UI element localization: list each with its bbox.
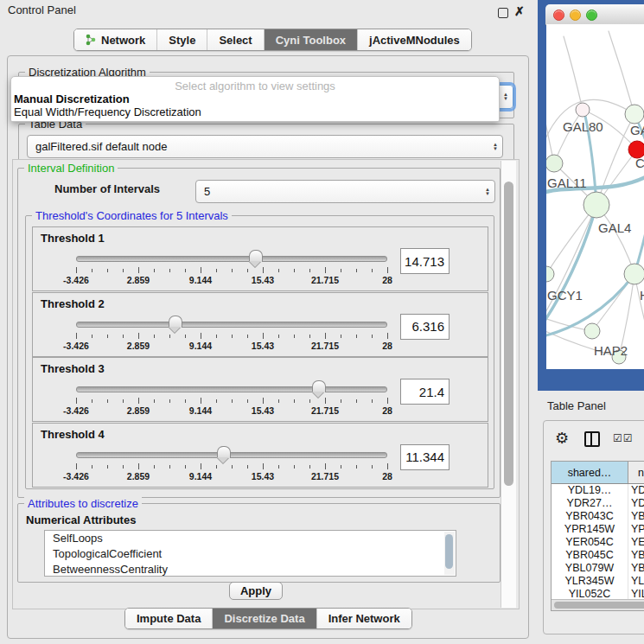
cell-shared-name[interactable]: YBL079W: [552, 562, 628, 575]
apply-button[interactable]: Apply: [229, 582, 283, 600]
slider-tick: [372, 335, 373, 338]
checkbox-icons[interactable]: ☑☑: [613, 432, 634, 444]
table-horizontal-scrollbar[interactable]: [552, 599, 644, 610]
threshold-slider[interactable]: -3.4262.8599.14415.4321.71528: [76, 446, 387, 484]
number-of-intervals-combo[interactable]: 5 ▲▼: [195, 180, 495, 203]
minimize-light[interactable]: [570, 10, 581, 21]
cell-name[interactable]: YBL0: [628, 562, 644, 575]
slider-tick: [247, 399, 248, 403]
tab-infer-network[interactable]: Infer Network: [317, 609, 411, 628]
slider-tick: [325, 267, 326, 273]
tab-jactivemnodules[interactable]: jActiveMNodules: [358, 29, 471, 50]
zoom-light[interactable]: [586, 10, 597, 21]
slider-track[interactable]: [76, 256, 387, 262]
table-row[interactable]: YIL052CYIL0: [552, 588, 644, 599]
cell-shared-name[interactable]: YDL19…: [552, 484, 628, 497]
cell-name[interactable]: YPR1: [628, 523, 644, 536]
cell-shared-name[interactable]: YPR145W: [552, 523, 628, 536]
cell-name[interactable]: YDL1: [628, 484, 644, 497]
network-node[interactable]: [584, 323, 600, 339]
node-table[interactable]: shared… na YDL19…YDL1YDR27…YDR2YBR043CYB…: [551, 461, 644, 611]
slider-tick: [294, 399, 295, 403]
table-row[interactable]: YER054CYER0: [552, 536, 644, 549]
slider-track[interactable]: [76, 322, 387, 328]
cell-name[interactable]: YER0: [628, 536, 644, 549]
stepper-icon[interactable]: ▲▼: [499, 92, 513, 101]
slider-handle[interactable]: [312, 380, 326, 392]
network-node[interactable]: [546, 155, 563, 172]
table-data-combo[interactable]: galFiltered.sif default node ▲▼: [27, 135, 503, 158]
scrollbar-thumb[interactable]: [445, 534, 453, 569]
tab-discretize-data[interactable]: Discretize Data: [213, 609, 316, 628]
slider-tick: [76, 267, 77, 273]
network-node[interactable]: [546, 266, 554, 282]
table-row[interactable]: YBR045CYBR0: [552, 549, 644, 562]
tab-network[interactable]: Network: [74, 29, 157, 50]
table-row[interactable]: YBL079WYBL0: [552, 562, 644, 575]
slider-tick: [263, 398, 264, 404]
network-edge[interactable]: [609, 31, 634, 114]
tab-impute-data[interactable]: Impute Data: [125, 609, 213, 628]
threshold-slider[interactable]: -3.4262.8599.14415.4321.71528: [76, 316, 387, 354]
cell-name[interactable]: YBR0: [628, 510, 644, 523]
algorithm-option-equal-width[interactable]: Equal Width/Frequency Discretization: [14, 105, 496, 118]
tab-select[interactable]: Select: [207, 29, 264, 50]
columns-icon[interactable]: [584, 431, 600, 447]
close-light[interactable]: [553, 10, 564, 21]
network-edge[interactable]: [546, 100, 554, 163]
table-row[interactable]: YDL19…YDL1: [552, 484, 644, 497]
table-row[interactable]: YDR27…YDR2: [552, 497, 644, 510]
slider-handle[interactable]: [217, 446, 231, 458]
network-node[interactable]: [583, 192, 609, 218]
attribute-item[interactable]: TopologicalCoefficient: [45, 546, 456, 562]
network-window-titlebar[interactable]: [545, 4, 644, 25]
cell-shared-name[interactable]: YBR045C: [552, 549, 628, 562]
attributes-group-title: Attributes to discretize: [24, 497, 142, 510]
network-edge[interactable]: [564, 36, 583, 110]
network-node[interactable]: [625, 105, 644, 124]
table-row[interactable]: YBR043CYBR0: [552, 510, 644, 523]
table-header-shared-name[interactable]: shared…: [552, 462, 628, 483]
attributes-scrollbar[interactable]: [444, 532, 455, 575]
network-node[interactable]: [624, 264, 644, 284]
stepper-icon[interactable]: ▲▼: [481, 188, 494, 196]
tab-style[interactable]: Style: [157, 29, 207, 50]
scrollbar-thumb[interactable]: [504, 182, 513, 486]
threshold-value-field[interactable]: [400, 444, 450, 470]
gear-icon[interactable]: ⚙: [555, 429, 569, 448]
table-row[interactable]: YLR345WYLR3: [552, 575, 644, 588]
cell-name[interactable]: YLR3: [628, 575, 644, 588]
threshold-value-field[interactable]: [400, 314, 450, 340]
tab-cyni-toolbox[interactable]: Cyni Toolbox: [265, 29, 358, 50]
cell-name[interactable]: YIL0: [628, 588, 644, 599]
cell-shared-name[interactable]: YLR345W: [552, 575, 628, 588]
cell-shared-name[interactable]: YIL052C: [552, 588, 628, 599]
attribute-item[interactable]: SelfLoops: [45, 531, 456, 546]
float-window-icon[interactable]: [498, 8, 508, 18]
cell-shared-name[interactable]: YDR27…: [552, 497, 628, 510]
slider-handle[interactable]: [169, 316, 182, 328]
table-row[interactable]: YPR145WYPR1: [552, 523, 644, 536]
threshold-value-field[interactable]: [400, 379, 450, 405]
stepper-icon[interactable]: ▲▼: [488, 143, 502, 151]
algorithm-option-manual[interactable]: Manual Discretization: [14, 92, 496, 105]
network-node[interactable]: [576, 103, 590, 117]
threshold-slider[interactable]: -3.4262.8599.14415.4321.71528: [76, 380, 387, 418]
close-icon[interactable]: ✗: [514, 4, 525, 18]
settings-vertical-scrollbar[interactable]: [501, 161, 516, 608]
cell-shared-name[interactable]: YER054C: [552, 536, 628, 549]
network-canvas[interactable]: GAL80GACYGAL11GAL4GCY1HAHAP2: [546, 24, 644, 369]
control-panel-content: Discretization Algorithm ▲▼ Table Data g…: [7, 55, 529, 639]
slider-track[interactable]: [76, 452, 387, 458]
slider-handle[interactable]: [249, 250, 263, 262]
cell-name[interactable]: YBR0: [628, 549, 644, 562]
numerical-attributes-list[interactable]: SelfLoopsTopologicalCoefficientBetweenne…: [44, 530, 456, 577]
scrollbar-thumb[interactable]: [554, 602, 644, 609]
attribute-item[interactable]: BetweennessCentrality: [45, 562, 456, 577]
threshold-value-field[interactable]: [400, 248, 450, 274]
slider-track[interactable]: [76, 386, 387, 392]
threshold-slider[interactable]: -3.4262.8599.14415.4321.71528: [76, 250, 387, 288]
cell-shared-name[interactable]: YBR043C: [552, 510, 628, 523]
table-header-name[interactable]: na: [628, 462, 644, 483]
cell-name[interactable]: YDR2: [628, 497, 644, 510]
